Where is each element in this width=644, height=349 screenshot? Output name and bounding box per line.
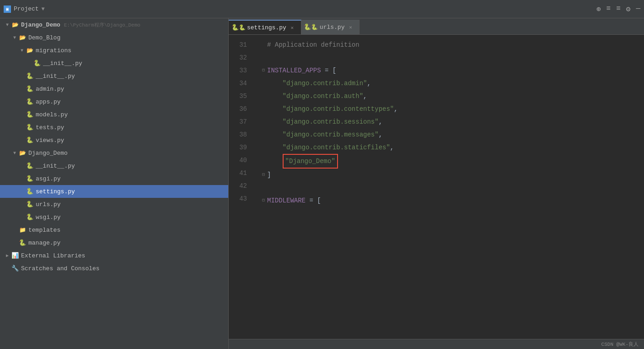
editor-container: 🐍 settings.py ✕ 🐍 urls.py ✕ 31 32 33 34 … xyxy=(229,18,644,349)
folder-open-icon: 📂 xyxy=(18,149,27,157)
sidebar-item-tests[interactable]: tests.py xyxy=(0,121,228,134)
code-line-33: ⊟ INSTALLED_APPS = [ xyxy=(260,64,644,77)
sidebar-item-djangodemo-init[interactable]: __init__.py xyxy=(0,159,228,172)
python-icon xyxy=(26,98,34,106)
line-numbers: 31 32 33 34 35 36 37 38 39 40 41 42 43 xyxy=(229,35,252,339)
sidebar-item-label: Django_Demo E:\PyCharm程序\Django_Demo xyxy=(21,22,140,28)
sidebar-item-models[interactable]: models.py xyxy=(0,108,228,121)
sidebar-item-urls[interactable]: urls.py xyxy=(0,198,228,211)
sidebar-item-apps[interactable]: apps.py xyxy=(0,95,228,108)
fold-icon xyxy=(260,90,267,103)
fold-icon: ⊟ xyxy=(260,194,267,207)
tab-urls[interactable]: 🐍 urls.py ✕ xyxy=(301,20,360,34)
list-icon[interactable]: ≡ xyxy=(606,5,611,14)
code-blank xyxy=(267,181,271,194)
folder-open-icon: 📂 xyxy=(11,21,19,29)
sidebar-item-migrations-init[interactable]: __init__.py xyxy=(0,57,228,70)
fold-icon xyxy=(260,181,267,194)
python-icon xyxy=(18,239,27,247)
code-plain: , xyxy=(363,90,367,103)
fold-icon xyxy=(260,38,267,51)
fold-icon xyxy=(260,103,267,115)
code-indent xyxy=(267,103,283,115)
code-indent xyxy=(267,77,283,90)
fold-icon xyxy=(260,115,267,128)
code-string: "django.contrib.admin" xyxy=(283,77,367,90)
minimize-icon[interactable]: — xyxy=(636,5,640,14)
code-blank xyxy=(267,51,271,64)
folder-open-icon: 📂 xyxy=(18,33,27,42)
fold-icon xyxy=(260,155,267,168)
python-icon xyxy=(26,72,34,80)
python-icon xyxy=(26,136,34,144)
sidebar-item-label: Django_Demo xyxy=(28,150,68,157)
python-icon xyxy=(26,85,34,93)
sidebar-item-wsgi[interactable]: wsgi.py xyxy=(0,211,228,224)
editor-content[interactable]: 31 32 33 34 35 36 37 38 39 40 41 42 43 #… xyxy=(229,35,644,339)
chevron-icon xyxy=(18,48,26,53)
code-string-highlighted: "Django_Demo" xyxy=(283,154,338,169)
code-var: INSTALLED_APPS xyxy=(267,64,321,77)
code-indent xyxy=(267,141,283,154)
dropdown-arrow[interactable]: ▼ xyxy=(42,6,45,12)
sidebar-item-label: views.py xyxy=(36,137,64,144)
sidebar-item-asgi[interactable]: asgi.py xyxy=(0,172,228,185)
code-line-38: "django.contrib.messages", xyxy=(260,128,644,141)
code-line-34: "django.contrib.admin", xyxy=(260,77,644,90)
sidebar-item-settings[interactable]: settings.py xyxy=(0,185,228,198)
code-line-32 xyxy=(260,51,644,64)
code-plain: , xyxy=(394,103,397,115)
sidebar-item-migrations[interactable]: 📂 migrations xyxy=(0,44,228,57)
project-label: Project xyxy=(14,5,39,12)
settings-icon[interactable]: ⚙ xyxy=(626,5,631,14)
sidebar-item-scratches[interactable]: 🔧 Scratches and Consoles xyxy=(0,262,228,275)
code-line-39: "django.contrib.staticfiles", xyxy=(260,141,644,154)
code-area[interactable]: # Application definition ⊟ INSTALLED_APP… xyxy=(252,35,644,339)
code-string: "django.contrib.sessions" xyxy=(283,115,379,128)
sidebar-item-django-demo-sub[interactable]: 📂 Django_Demo xyxy=(0,147,228,159)
scratches-icon: 🔧 xyxy=(11,264,19,273)
title-bar: ▣ Project ▼ ⊕ ≡ ≡ ⚙ — xyxy=(0,0,644,18)
tab-urls-label: urls.py xyxy=(320,24,345,31)
sidebar-item-demoblog-init[interactable]: __init__.py xyxy=(0,70,228,82)
sidebar-item-django-demo-root[interactable]: 📂 Django_Demo E:\PyCharm程序\Django_Demo xyxy=(0,18,228,31)
tab-python-icon: 🐍 xyxy=(307,23,315,31)
sidebar-item-external-libs[interactable]: 📊 External Libraries xyxy=(0,249,228,262)
code-var: MIDDLEWARE xyxy=(267,194,306,207)
sidebar-item-manage[interactable]: manage.py xyxy=(0,236,228,249)
python-icon xyxy=(26,110,34,119)
main-layout: 📂 Django_Demo E:\PyCharm程序\Django_Demo 📂… xyxy=(0,18,644,349)
chevron-icon xyxy=(4,22,11,27)
code-plain: = [ xyxy=(321,64,337,77)
code-plain: , xyxy=(367,77,370,90)
python-icon xyxy=(26,174,34,183)
sidebar-item-templates[interactable]: 📁 templates xyxy=(0,224,228,236)
sidebar-item-label: settings.py xyxy=(36,188,75,195)
sidebar-item-label: admin.py xyxy=(36,86,64,93)
chevron-icon xyxy=(11,35,18,40)
sidebar-item-demo-blog[interactable]: 📂 Demo_Blog xyxy=(0,31,228,44)
fold-icon: ⊟ xyxy=(260,169,267,181)
project-icon: ▣ xyxy=(4,5,11,13)
sidebar-item-label: __init__.py xyxy=(36,163,75,169)
tab-settings[interactable]: 🐍 settings.py ✕ xyxy=(229,20,301,34)
code-string: "django.contrib.messages" xyxy=(283,128,379,141)
python-icon xyxy=(26,213,34,221)
fold-icon xyxy=(260,77,267,90)
tab-settings-close[interactable]: ✕ xyxy=(289,24,295,31)
tab-urls-close[interactable]: ✕ xyxy=(347,24,354,30)
code-line-43: ⊟ MIDDLEWARE = [ xyxy=(260,194,644,207)
sidebar-item-label: manage.py xyxy=(28,240,60,246)
fold-icon xyxy=(260,51,267,64)
filter-icon[interactable]: ≡ xyxy=(616,5,621,14)
sidebar-item-label: __init__.py xyxy=(36,73,75,80)
sidebar: 📂 Django_Demo E:\PyCharm程序\Django_Demo 📂… xyxy=(0,18,229,349)
library-icon: 📊 xyxy=(11,251,19,260)
sidebar-item-views[interactable]: views.py xyxy=(0,134,228,147)
target-icon[interactable]: ⊕ xyxy=(596,5,601,14)
sidebar-item-admin[interactable]: admin.py xyxy=(0,82,228,95)
code-line-41: ⊟ ] xyxy=(260,169,644,181)
code-plain: , xyxy=(379,115,382,128)
sidebar-item-label: migrations xyxy=(36,47,71,54)
code-line-36: "django.contrib.contenttypes", xyxy=(260,103,644,115)
